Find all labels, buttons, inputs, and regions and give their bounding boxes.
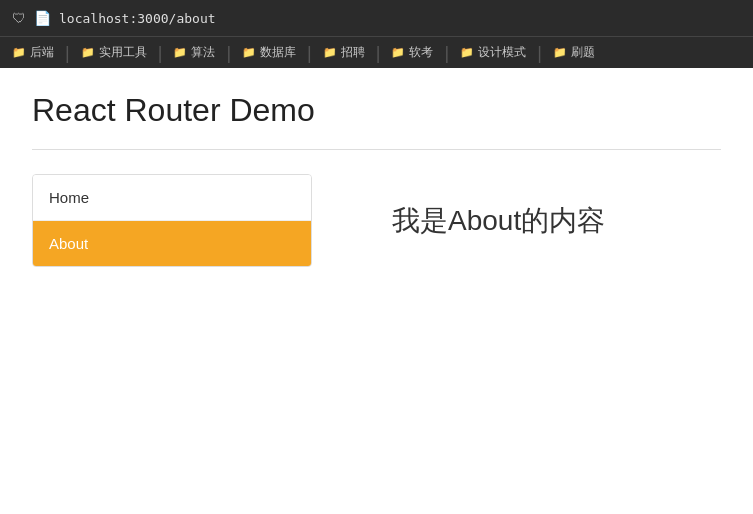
bookmark-label: 刷题 [571,44,595,61]
bookmarks-bar: 📁 后端 | 📁 实用工具 | 📁 算法 | 📁 数据库 | 📁 招聘 | 📁 … [0,36,753,68]
bookmark-label: 算法 [191,44,215,61]
page-icon: 📄 [34,10,51,26]
folder-icon: 📁 [323,46,337,59]
folder-icon: 📁 [460,46,474,59]
bookmark-divider: | [444,44,449,62]
bookmark-b1[interactable]: 📁 后端 [4,40,62,65]
page-content: React Router Demo Home About 我是About的内容 [0,68,753,514]
folder-icon: 📁 [12,46,26,59]
bookmark-b2[interactable]: 📁 实用工具 [73,40,155,65]
bookmark-label: 数据库 [260,44,296,61]
bookmark-label: 软考 [409,44,433,61]
bookmark-label: 实用工具 [99,44,147,61]
bookmark-b7[interactable]: 📁 设计模式 [452,40,534,65]
folder-icon: 📁 [553,46,567,59]
bookmark-divider: | [376,44,381,62]
bookmark-divider: | [226,44,231,62]
bookmark-b4[interactable]: 📁 数据库 [234,40,304,65]
shield-icon: 🛡 [12,10,26,26]
bookmark-b6[interactable]: 📁 软考 [383,40,441,65]
bookmark-label: 设计模式 [478,44,526,61]
browser-url[interactable]: localhost:3000/about [59,11,216,26]
app-title: React Router Demo [32,92,721,129]
bookmark-divider: | [158,44,163,62]
about-content: 我是About的内容 [392,202,605,240]
nav-list: Home About [32,174,312,267]
bookmark-divider: | [65,44,70,62]
bookmark-divider: | [307,44,312,62]
nav-item-about[interactable]: About [33,221,311,266]
folder-icon: 📁 [81,46,95,59]
browser-chrome: 🛡 📄 localhost:3000/about [0,0,753,36]
bookmark-b5[interactable]: 📁 招聘 [315,40,373,65]
bookmark-label: 招聘 [341,44,365,61]
bookmark-b3[interactable]: 📁 算法 [165,40,223,65]
bookmark-divider: | [537,44,542,62]
bookmark-b8[interactable]: 📁 刷题 [545,40,603,65]
folder-icon: 📁 [242,46,256,59]
bookmark-label: 后端 [30,44,54,61]
divider [32,149,721,150]
folder-icon: 📁 [173,46,187,59]
app-body: Home About 我是About的内容 [32,174,721,267]
folder-icon: 📁 [391,46,405,59]
nav-item-home[interactable]: Home [33,175,311,221]
